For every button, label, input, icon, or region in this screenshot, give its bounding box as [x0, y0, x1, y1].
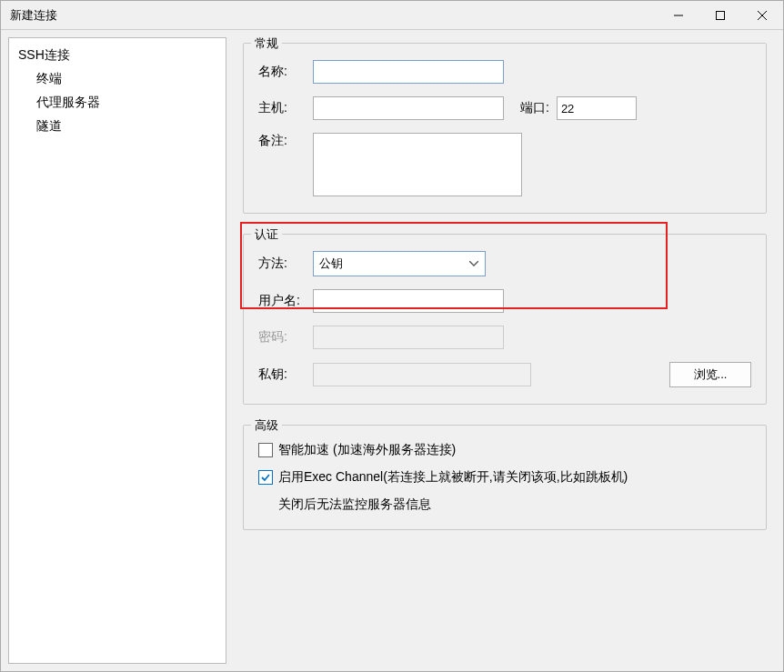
row-exec-channel[interactable]: 启用Exec Channel(若连接上就被断开,请关闭该项,比如跳板机): [258, 469, 751, 486]
group-general: 常规 名称: 主机: 端口: 备注:: [243, 43, 767, 214]
label-remark: 备注:: [258, 133, 313, 149]
label-name: 名称:: [258, 64, 313, 80]
label-host: 主机:: [258, 100, 313, 116]
group-advanced: 高级 智能加速 (加速海外服务器连接) 启用Exec Channel(若连接上就…: [243, 425, 767, 530]
input-host[interactable]: [313, 96, 504, 120]
label-method: 方法:: [258, 256, 313, 272]
dialog-body: SSH连接 终端 代理服务器 隧道 常规 名称: 主机: 端口:: [1, 30, 783, 671]
select-method-wrap[interactable]: 公钥: [313, 251, 486, 276]
input-privatekey: [313, 363, 531, 386]
maximize-button[interactable]: [699, 1, 741, 29]
sidebar-item-tunnel[interactable]: 隧道: [9, 115, 226, 138]
minimize-button[interactable]: [658, 1, 699, 29]
sidebar-item-terminal[interactable]: 终端: [9, 67, 226, 91]
window-controls: [658, 1, 783, 29]
input-port[interactable]: [557, 96, 637, 120]
input-password: [313, 326, 504, 349]
label-username: 用户名:: [258, 293, 313, 309]
row-remark: 备注:: [258, 133, 751, 196]
window-title: 新建连接: [10, 7, 57, 24]
group-general-legend: 常规: [251, 35, 282, 52]
select-method-value: 公钥: [319, 256, 343, 272]
input-remark[interactable]: [313, 133, 522, 196]
row-host: 主机: 端口:: [258, 96, 751, 120]
label-smart-accel: 智能加速 (加速海外服务器连接): [278, 442, 456, 458]
label-port: 端口:: [520, 100, 549, 116]
close-button[interactable]: [741, 1, 783, 29]
checkbox-smart-accel[interactable]: [258, 443, 273, 457]
row-privatekey: 私钥: 浏览...: [258, 362, 751, 387]
group-auth-legend: 认证: [251, 226, 282, 243]
label-exec-channel: 启用Exec Channel(若连接上就被断开,请关闭该项,比如跳板机): [278, 469, 628, 486]
content-panel: 常规 名称: 主机: 端口: 备注: 认: [234, 37, 776, 664]
row-name: 名称:: [258, 60, 751, 84]
row-password: 密码:: [258, 326, 751, 349]
group-advanced-legend: 高级: [251, 417, 282, 434]
titlebar: 新建连接: [1, 1, 783, 30]
select-method[interactable]: 公钥: [313, 251, 486, 276]
browse-button[interactable]: 浏览...: [669, 362, 751, 387]
label-exec-note: 关闭后无法监控服务器信息: [278, 496, 751, 513]
check-icon: [261, 473, 270, 482]
label-privatekey: 私钥:: [258, 366, 313, 383]
row-smart-accel[interactable]: 智能加速 (加速海外服务器连接): [258, 442, 751, 458]
row-username: 用户名:: [258, 289, 751, 313]
sidebar: SSH连接 终端 代理服务器 隧道: [8, 37, 226, 664]
sidebar-item-ssh[interactable]: SSH连接: [9, 44, 226, 67]
sidebar-item-proxy[interactable]: 代理服务器: [9, 91, 226, 115]
input-username[interactable]: [313, 289, 504, 313]
dialog-window: 新建连接 SSH连接 终端 代理服务器 隧道 常规 名称:: [0, 0, 784, 672]
row-method: 方法: 公钥: [258, 251, 751, 276]
svg-rect-1: [717, 11, 725, 19]
group-auth: 认证 方法: 公钥 用户名: 密码:: [243, 234, 767, 405]
checkbox-exec-channel[interactable]: [258, 470, 273, 485]
label-password: 密码:: [258, 329, 313, 346]
input-name[interactable]: [313, 60, 504, 84]
